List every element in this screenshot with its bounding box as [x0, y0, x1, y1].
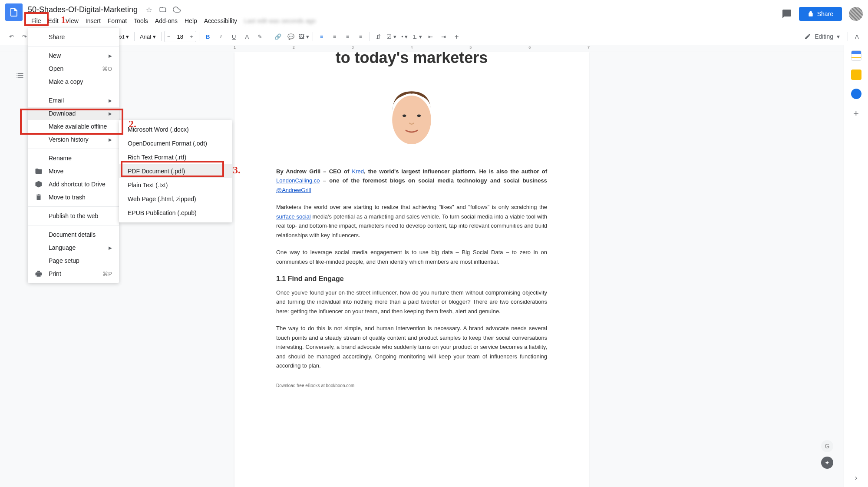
file-menu-page-setup[interactable]: Page setup — [28, 254, 119, 267]
hide-sidepanel-icon[interactable]: › — [855, 474, 857, 482]
trash-icon — [35, 193, 43, 201]
italic-button[interactable]: I — [215, 30, 227, 43]
align-center-icon[interactable]: ≡ — [329, 30, 341, 43]
file-menu-language[interactable]: Language▶ — [28, 241, 119, 254]
file-menu-download[interactable]: Download▶ — [28, 107, 119, 120]
decrease-indent-icon[interactable]: ⇤ — [425, 30, 437, 43]
file-menu-version-history[interactable]: Version history▶ — [28, 133, 119, 146]
cloud-status-icon[interactable] — [172, 5, 181, 14]
increase-indent-icon[interactable]: ⇥ — [438, 30, 450, 43]
page-heading: to today's marketers — [276, 52, 547, 67]
highlight-button[interactable]: ✎ — [254, 30, 266, 43]
section-heading: 1.1 Find and Engage — [276, 275, 547, 283]
clear-formatting-icon[interactable]: T — [451, 30, 463, 43]
download-odt[interactable]: OpenDocument Format (.odt) — [119, 136, 232, 150]
file-menu-open[interactable]: Open⌘O — [28, 62, 119, 75]
paragraph-4: The way to do this is not simple, and hu… — [276, 324, 547, 370]
menu-insert[interactable]: Insert — [82, 16, 104, 26]
move-folder-icon[interactable] — [158, 5, 167, 14]
horizontal-ruler[interactable]: 1234567 — [0, 45, 868, 52]
underline-button[interactable]: U — [228, 30, 240, 43]
page[interactable]: to today's marketers By Andrew Grill – C… — [234, 52, 589, 487]
menu-tools[interactable]: Tools — [130, 16, 152, 26]
download-epub[interactable]: EPUB Publication (.epub) — [119, 206, 232, 220]
file-menu-move[interactable]: Move — [28, 165, 119, 178]
download-rtf[interactable]: Rich Text Format (.rtf) — [119, 150, 232, 164]
download-txt[interactable]: Plain Text (.txt) — [119, 178, 232, 192]
explore-button-icon[interactable]: ✦ — [821, 457, 833, 469]
chevron-right-icon: ▶ — [109, 111, 112, 116]
file-menu-publish[interactable]: Publish to the web — [28, 209, 119, 222]
comments-icon[interactable] — [782, 9, 792, 19]
font-size-input[interactable] — [173, 33, 187, 40]
menu-edit[interactable]: Edit — [45, 16, 62, 26]
insert-image-icon[interactable]: 🖼 ▾ — [298, 30, 310, 43]
align-right-icon[interactable]: ≡ — [342, 30, 354, 43]
font-select[interactable]: Arial ▾ — [137, 32, 158, 42]
collapse-toolbar-icon[interactable]: ᐱ — [851, 30, 863, 43]
tasks-addon-icon[interactable] — [851, 89, 861, 99]
grammarly-badge-icon[interactable]: G — [821, 440, 833, 452]
font-size-control: − + — [164, 31, 196, 42]
file-menu-print[interactable]: Print⌘P — [28, 267, 119, 280]
checklist-icon[interactable]: ☑ ▾ — [386, 30, 398, 43]
share-label: Share — [817, 10, 833, 17]
paragraph-2: One way to leverage social media engagem… — [276, 248, 547, 266]
file-menu-trash[interactable]: Move to trash — [28, 191, 119, 204]
pencil-icon — [804, 33, 811, 40]
london-link[interactable]: LondonCalling.co — [276, 177, 320, 184]
bulleted-list-icon[interactable]: • ▾ — [399, 30, 411, 43]
font-size-increase[interactable]: + — [187, 31, 196, 42]
editing-mode-button[interactable]: Editing ▾ — [799, 31, 845, 42]
menu-file[interactable]: File — [28, 16, 45, 26]
svg-point-2 — [417, 114, 421, 117]
file-menu-offline[interactable]: Make available offline — [28, 120, 119, 133]
line-spacing-icon[interactable]: ⇵ — [373, 30, 385, 43]
menu-help[interactable]: Help — [181, 16, 201, 26]
file-menu-make-copy[interactable]: Make a copy — [28, 75, 119, 88]
share-button[interactable]: Share — [799, 7, 842, 21]
align-justify-icon[interactable]: ≡ — [355, 30, 367, 43]
kred-link[interactable]: Kred — [352, 168, 364, 175]
bold-button[interactable]: B — [202, 30, 214, 43]
file-menu-rename[interactable]: Rename — [28, 152, 119, 165]
insert-link-icon[interactable]: 🔗 — [272, 30, 284, 43]
menu-addons[interactable]: Add-ons — [152, 16, 181, 26]
surface-link[interactable]: surface social — [276, 213, 311, 220]
folder-icon — [35, 167, 43, 175]
file-menu-new[interactable]: New▶ — [28, 49, 119, 62]
menu-format[interactable]: Format — [104, 16, 130, 26]
calendar-addon-icon[interactable] — [851, 50, 861, 61]
keep-addon-icon[interactable] — [851, 70, 861, 80]
annotation-label-2: 2. — [129, 118, 136, 130]
file-menu-share[interactable]: Share — [28, 30, 119, 43]
annotation-label-3: 3. — [233, 164, 241, 176]
addons-plus-icon[interactable]: + — [853, 108, 859, 119]
byline-paragraph: By Andrew Grill – CEO of Kred, the world… — [276, 167, 547, 195]
undo-icon[interactable]: ↶ — [5, 30, 17, 43]
twitter-link[interactable]: @AndrewGrill — [276, 187, 311, 193]
download-html[interactable]: Web Page (.html, zipped) — [119, 192, 232, 206]
file-menu-dropdown: Share New▶ Open⌘O Make a copy Email▶ Dow… — [28, 28, 119, 283]
download-pdf[interactable]: PDF Document (.pdf) — [119, 164, 232, 178]
star-icon[interactable]: ☆ — [145, 5, 153, 14]
file-menu-shortcut[interactable]: Add shortcut to Drive — [28, 178, 119, 191]
print-icon — [35, 270, 43, 278]
menu-accessibility[interactable]: Accessibility — [201, 16, 241, 26]
document-title[interactable]: 50-Shades-Of-Digital-Marketing — [28, 5, 138, 14]
drive-shortcut-icon — [35, 180, 43, 188]
chevron-down-icon: ▾ — [837, 33, 840, 40]
file-menu-email[interactable]: Email▶ — [28, 94, 119, 107]
align-left-icon[interactable]: ≡ — [316, 30, 328, 43]
text-color-button[interactable]: A — [241, 30, 253, 43]
file-menu-details[interactable]: Document details — [28, 228, 119, 241]
docs-logo-icon[interactable] — [5, 3, 23, 21]
download-submenu: Microsoft Word (.docx) OpenDocument Form… — [119, 120, 232, 222]
chevron-right-icon: ▶ — [109, 98, 112, 103]
document-outline-icon[interactable] — [16, 71, 28, 83]
numbered-list-icon[interactable]: 1. ▾ — [412, 30, 424, 43]
insert-comment-icon[interactable]: 💬 — [285, 30, 297, 43]
user-avatar[interactable] — [849, 7, 863, 21]
font-size-decrease[interactable]: − — [165, 31, 173, 42]
last-edit-text[interactable]: Last edit was seconds ago — [241, 16, 319, 26]
